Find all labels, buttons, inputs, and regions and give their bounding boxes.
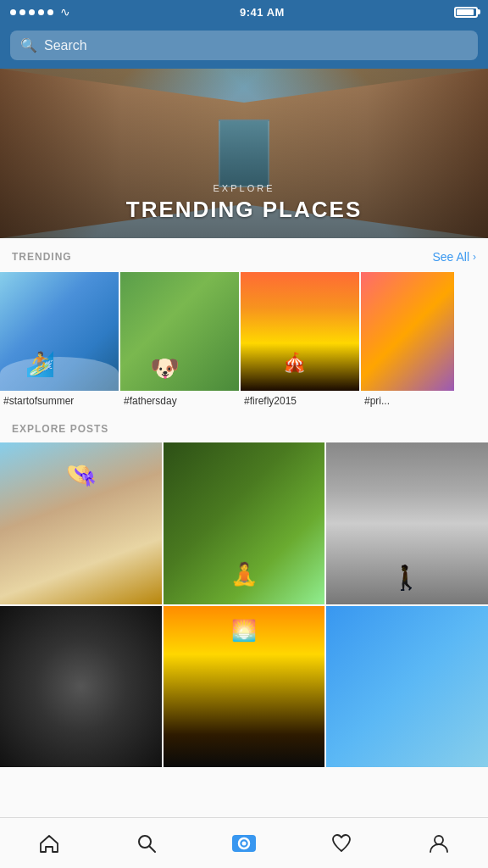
nav-profile[interactable] [418, 822, 460, 865]
explore-posts-header: EXPLORE POSTS [0, 412, 488, 442]
explore-post[interactable] [164, 606, 325, 768]
search-nav-icon [136, 832, 158, 854]
hero-banner: EXPLORE TRENDING PLACES [0, 69, 488, 238]
explore-post[interactable] [326, 442, 488, 604]
see-all-label: See All [432, 250, 469, 264]
trending-label: TRENDING [12, 251, 72, 263]
explore-posts-grid [0, 442, 488, 767]
trending-tag: #firefly2015 [241, 391, 300, 409]
battery-fill [457, 9, 474, 15]
main-content: TRENDING See All › #startofsummer #fathe… [0, 238, 488, 868]
signal-dot [47, 9, 53, 15]
chevron-right-icon: › [473, 251, 476, 263]
signal-dot [19, 9, 25, 15]
trending-item[interactable]: #firefly2015 [241, 272, 359, 409]
status-bar: ∿ 9:41 AM [0, 0, 488, 24]
signal-indicators: ∿ [10, 5, 70, 19]
camera-icon [230, 830, 258, 857]
explore-posts-label: EXPLORE POSTS [12, 423, 108, 435]
hero-overlay: EXPLORE TRENDING PLACES [0, 69, 488, 238]
signal-dot [38, 9, 44, 15]
explore-post[interactable] [164, 442, 325, 604]
profile-icon [428, 832, 450, 854]
trending-section-header: TRENDING See All › [0, 238, 488, 272]
signal-dot [29, 9, 35, 15]
nav-camera[interactable] [223, 822, 265, 865]
explore-post[interactable] [0, 442, 162, 604]
search-placeholder: Search [44, 38, 87, 53]
home-icon [38, 832, 60, 854]
wifi-icon: ∿ [60, 5, 70, 19]
heart-icon [330, 832, 352, 854]
explore-post[interactable] [326, 606, 488, 768]
svg-point-5 [435, 836, 443, 844]
search-bar[interactable]: 🔍 Search [10, 31, 478, 60]
trending-image-firefly [241, 272, 359, 391]
status-time: 9:41 AM [240, 6, 285, 19]
trending-image-fathersday [120, 272, 239, 391]
svg-line-1 [149, 846, 155, 852]
explore-post[interactable] [0, 606, 162, 768]
see-all-button[interactable]: See All › [432, 250, 476, 264]
trending-scroll[interactable]: #startofsummer #fathersday #firefly2015 … [0, 272, 488, 412]
wave-decoration [0, 357, 119, 391]
hero-subtitle: EXPLORE [214, 183, 275, 193]
trending-image-partial [361, 272, 454, 391]
trending-item[interactable]: #pri... [361, 272, 454, 409]
search-icon: 🔍 [20, 37, 37, 53]
trending-image-startofsummer [0, 272, 119, 391]
battery-indicator [454, 7, 478, 18]
trending-item[interactable]: #startofsummer [0, 272, 119, 409]
signal-dot [10, 9, 16, 15]
search-bar-container: 🔍 Search [0, 24, 488, 69]
nav-home[interactable] [28, 822, 70, 865]
trending-item[interactable]: #fathersday [120, 272, 239, 409]
trending-tag: #fathersday [120, 391, 180, 409]
nav-search[interactable] [125, 822, 168, 865]
trending-tag: #startofsummer [0, 391, 77, 409]
trending-tag: #pri... [361, 391, 393, 409]
svg-point-4 [241, 841, 246, 845]
hero-title: TRENDING PLACES [126, 197, 362, 223]
bottom-nav [0, 817, 488, 868]
nav-activity[interactable] [320, 822, 363, 865]
